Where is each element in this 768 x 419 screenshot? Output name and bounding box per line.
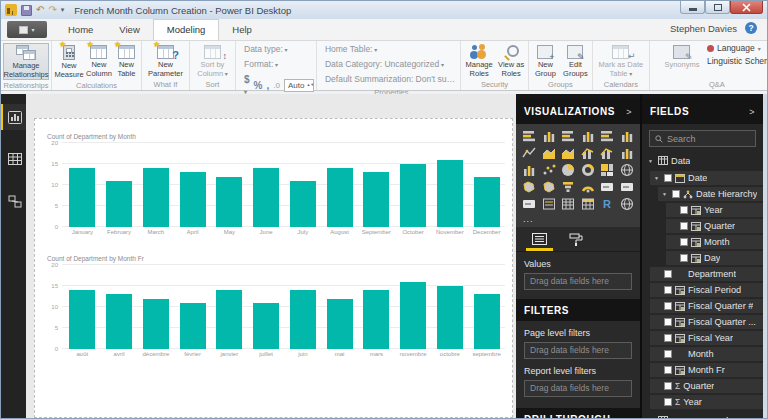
bar-septembre[interactable] <box>474 294 500 349</box>
data-category-dropdown[interactable]: Data Category: Uncategorized <box>325 58 444 72</box>
field-item-year[interactable]: ΣYear <box>650 395 763 410</box>
mark-as-date-table-button[interactable]: ↵ Mark as Date Table <box>595 43 647 79</box>
field-checkbox[interactable] <box>664 174 672 182</box>
slicer-icon[interactable] <box>541 196 557 211</box>
bar-August[interactable] <box>327 168 353 227</box>
r-script-visual-icon[interactable]: R <box>599 196 615 211</box>
bar-May[interactable] <box>216 177 242 227</box>
fields-pane-tab[interactable] <box>532 227 547 251</box>
bar-July[interactable] <box>290 181 316 227</box>
line-and-clustered-column-chart-icon[interactable] <box>599 145 615 160</box>
percent-format-button[interactable]: % <box>254 80 263 91</box>
area-chart-icon[interactable] <box>541 145 557 160</box>
field-checkbox[interactable] <box>664 366 672 374</box>
field-checkbox[interactable] <box>672 190 680 198</box>
card-icon[interactable] <box>521 196 537 211</box>
field-checkbox[interactable] <box>664 286 672 294</box>
manage-relationships-button[interactable]: Manage Relationships <box>3 43 49 80</box>
new-table-button[interactable]: New Table <box>114 43 139 79</box>
field-item-month[interactable]: Month <box>666 235 763 250</box>
expander-icon[interactable]: ▶ <box>648 418 655 419</box>
help-icon[interactable]: ? <box>745 22 757 34</box>
new-group-button[interactable]: New Group <box>531 43 560 79</box>
field-item-month-fr[interactable]: Month Fr <box>650 363 763 378</box>
kpi-icon[interactable] <box>619 179 635 194</box>
expander-icon[interactable]: ▼ <box>662 191 669 197</box>
line-and-stacked-column-chart-icon[interactable] <box>580 145 596 160</box>
field-item-quarter[interactable]: ΣQuarter <box>650 379 763 394</box>
collapse-fields-icon[interactable]: > <box>749 107 755 117</box>
sidebar-item-model-view[interactable] <box>1 188 26 214</box>
bar-November[interactable] <box>437 160 463 227</box>
more-visuals-button[interactable]: ... <box>516 214 640 227</box>
stacked-bar-chart-icon[interactable] <box>521 128 537 143</box>
waterfall-chart-icon[interactable] <box>521 162 537 177</box>
report-canvas[interactable]: Count of Department by Month05101520Janu… <box>26 94 516 418</box>
close-button[interactable] <box>730 1 763 14</box>
data-type-dropdown[interactable]: Data type: <box>244 43 287 57</box>
values-drop-zone[interactable]: Drag data fields here <box>524 273 632 290</box>
new-parameter-button[interactable]: ? New Parameter <box>144 43 187 79</box>
field-item-quarter[interactable]: Quarter <box>666 219 763 234</box>
edit-groups-button[interactable]: Edit Groups <box>561 43 590 79</box>
arcgis-map-icon[interactable] <box>619 196 635 211</box>
language-dropdown[interactable]: Language <box>707 43 768 53</box>
bar-décembre[interactable] <box>143 299 169 349</box>
field-item-fiscal-year[interactable]: Fiscal Year <box>650 331 763 346</box>
bar-octobre[interactable] <box>437 286 463 349</box>
line-chart-icon[interactable] <box>521 145 537 160</box>
currency-format-button[interactable]: $ <box>244 74 250 96</box>
100-stacked-bar-chart-icon[interactable] <box>599 128 615 143</box>
table-icon[interactable] <box>560 196 576 211</box>
save-icon[interactable] <box>21 5 32 16</box>
column-chart-month-fr-visual[interactable]: Count of Department by Month Fr05101520a… <box>45 255 507 357</box>
collapse-visualizations-icon[interactable]: > <box>626 107 632 117</box>
app-icon[interactable] <box>5 4 17 16</box>
field-item-data[interactable]: ▼Data <box>644 153 763 168</box>
tab-home[interactable]: Home <box>55 20 106 40</box>
bar-September[interactable] <box>363 172 389 227</box>
bar-March[interactable] <box>143 168 169 227</box>
bar-juin[interactable] <box>290 290 316 349</box>
tab-view[interactable]: View <box>106 20 152 40</box>
bar-mai[interactable] <box>327 299 353 349</box>
pie-chart-icon[interactable] <box>560 162 576 177</box>
field-item-month[interactable]: Month <box>650 347 763 362</box>
sort-by-column-button[interactable]: ↕ Sort by Column <box>192 43 233 79</box>
new-column-button[interactable]: New Column <box>85 43 113 79</box>
bar-février[interactable] <box>180 303 206 349</box>
field-item-fiscal-quarter-[interactable]: Fiscal Quarter # <box>650 299 763 314</box>
redo-icon[interactable]: ↷ <box>48 5 56 15</box>
bar-April[interactable] <box>180 172 206 227</box>
undo-icon[interactable]: ↶ <box>36 5 44 15</box>
report-level-filters-drop-zone[interactable]: Drag data fields here <box>524 380 632 397</box>
field-item-date-cross-ref[interactable]: ▶Date cross ref <box>644 413 763 418</box>
column-chart-month-visual[interactable]: Count of Department by Month05101520Janu… <box>45 133 507 235</box>
qat-dropdown-icon[interactable]: ▾ <box>61 6 65 14</box>
matrix-icon[interactable] <box>580 196 596 211</box>
format-dropdown[interactable]: Format: <box>244 58 278 72</box>
fields-search-input[interactable]: Search <box>649 130 756 147</box>
view-as-roles-button[interactable]: View as Roles <box>496 43 526 79</box>
field-checkbox[interactable] <box>664 318 672 326</box>
bar-juillet[interactable] <box>253 303 279 349</box>
decimal-spinner[interactable]: ▲▼ <box>306 83 314 87</box>
field-checkbox[interactable] <box>664 334 672 342</box>
field-checkbox[interactable] <box>680 206 688 214</box>
bar-janvier[interactable] <box>216 290 242 349</box>
default-summarization-dropdown[interactable]: Default Summarization: Don't summarize <box>325 73 458 87</box>
field-item-department[interactable]: Department <box>650 267 763 282</box>
bar-February[interactable] <box>106 181 132 227</box>
manage-roles-button[interactable]: Manage Roles <box>463 43 495 79</box>
file-menu-button[interactable]: ▾ <box>7 21 47 38</box>
100-stacked-column-chart-icon[interactable] <box>619 128 635 143</box>
field-checkbox[interactable] <box>664 398 672 406</box>
page-level-filters-drop-zone[interactable]: Drag data fields here <box>524 342 632 359</box>
bar-January[interactable] <box>69 168 95 227</box>
scatter-chart-icon[interactable] <box>541 162 557 177</box>
multi-row-card-icon[interactable] <box>599 179 615 194</box>
tab-modeling[interactable]: Modeling <box>153 19 220 40</box>
donut-chart-icon[interactable] <box>580 162 596 177</box>
field-item-fiscal-quarter-[interactable]: Fiscal Quarter ... <box>650 315 763 330</box>
new-measure-button[interactable]: New Measure <box>54 43 84 80</box>
